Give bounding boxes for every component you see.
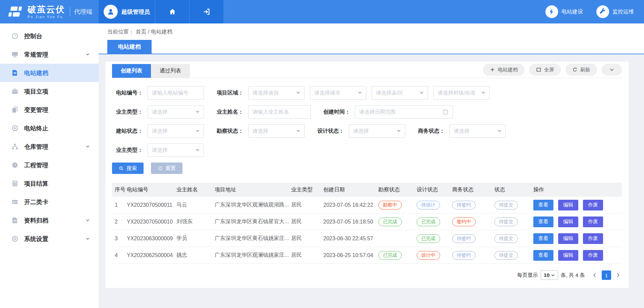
page-size-select[interactable]: 10 — [541, 270, 558, 280]
cell-owner: 刘强东 — [176, 218, 215, 225]
user-icon — [107, 8, 115, 16]
chevron-right-icon — [616, 273, 621, 278]
page-tab-station-archive[interactable]: 电站建档 — [107, 40, 152, 54]
sidebar-item-station-archive[interactable]: 电站建档 — [0, 64, 99, 82]
chevron-down-icon — [86, 237, 90, 241]
logout-icon — [203, 8, 210, 15]
col-header: 业主类型 — [291, 186, 323, 193]
main-body: 创建列表 通过列表 电站建档 — [99, 54, 644, 308]
owner-type2-label: 业主类型： — [112, 147, 143, 154]
void-button[interactable]: 作废 — [583, 200, 603, 210]
breadcrumb-path[interactable]: 首页 / 电站建档 — [136, 29, 172, 35]
refresh-button[interactable]: 刷新 — [566, 64, 597, 76]
edit-button[interactable]: 编辑 — [558, 200, 578, 210]
design-status-badge: 已完成 — [417, 234, 440, 243]
sidebar-item-type2-card[interactable]: 开二类卡 — [0, 193, 99, 211]
design-status-badge: 待设计 — [417, 201, 440, 209]
owner-type2-select[interactable]: 请选择 — [148, 143, 204, 157]
owner-type-placeholder: 请选择 — [152, 109, 194, 116]
create-time-label: 创建时间： — [319, 109, 350, 116]
col-header: 设计状态 — [417, 186, 452, 193]
sidebar-item-general-mgmt[interactable]: 常规管理 — [0, 45, 99, 64]
business-status-select[interactable]: 请选择 — [449, 124, 506, 138]
cell-date: 2023-07-05 16:42:22 — [323, 202, 378, 208]
void-button[interactable]: 作废 — [583, 233, 603, 244]
sidebar-item-console[interactable]: 控制台 — [0, 27, 99, 45]
brand-logo-area[interactable]: 破茧云伏 Po Jian Yun Fu 代理端 — [0, 0, 99, 23]
avatar — [104, 5, 118, 19]
briefcase-icon — [11, 88, 18, 95]
tab-passed-list[interactable]: 通过列表 — [151, 64, 190, 78]
owner-type-select[interactable]: 请选择 — [148, 105, 204, 119]
home-button[interactable] — [155, 0, 189, 23]
city-select[interactable]: 请选择城市 — [310, 86, 366, 100]
survey-status-placeholder: 请选择 — [253, 128, 294, 135]
copy-icon — [11, 106, 18, 113]
sidebar-item-station-termination[interactable]: 电站终止 — [0, 119, 99, 137]
business-status-placeholder: 请选择 — [454, 128, 495, 135]
owner-name-input[interactable] — [248, 105, 311, 119]
nav-monitor-ops[interactable]: 监控运维 — [596, 5, 634, 18]
user-name: 超级管理员 — [121, 8, 150, 16]
sidebar-item-system-settings[interactable]: 系统设置 — [0, 230, 99, 248]
col-header: 项目地址 — [215, 186, 291, 193]
chevron-down-icon — [551, 273, 555, 277]
district-select[interactable]: 请选择县/区 — [372, 86, 428, 100]
business-status-badge: 待签约 — [452, 234, 476, 243]
cell-type: 居民 — [291, 201, 323, 208]
sidebar-item-engineering-mgmt[interactable]: 工程管理 — [0, 156, 99, 174]
chevron-down-icon — [86, 144, 90, 149]
reset-button[interactable]: 重置 — [151, 163, 182, 174]
logout-button[interactable] — [189, 0, 223, 23]
col-header: 状态 — [494, 186, 533, 193]
chevron-down-icon — [86, 52, 90, 57]
province-select[interactable]: 请选择省份 — [248, 86, 305, 100]
sidebar-item-label: 仓库管理 — [24, 143, 48, 151]
calendar-icon — [442, 109, 448, 115]
caret-down-icon — [196, 130, 200, 132]
void-button[interactable]: 作废 — [583, 250, 603, 261]
sidebar-item-data-archive[interactable]: 资料归档 — [0, 211, 99, 230]
next-page-button[interactable] — [614, 270, 622, 280]
nav-station-build[interactable]: 电站建设 — [545, 5, 583, 18]
page-number-current[interactable]: 1 — [602, 270, 611, 280]
user-menu[interactable]: 超级管理员 — [99, 0, 155, 23]
caret-down-icon — [196, 111, 200, 113]
edit-button[interactable]: 编辑 — [558, 233, 578, 244]
sidebar-item-project-settlement[interactable]: 项目结算 — [0, 174, 99, 193]
sidebar-item-project-initiation[interactable]: 项目立项 — [0, 82, 99, 101]
breadcrumb: 当前位置： 首页 / 电站建档 — [99, 23, 644, 36]
reset-label: 重置 — [165, 165, 176, 172]
search-label: 搜索 — [126, 165, 137, 172]
view-button[interactable]: 查看 — [533, 217, 553, 227]
refresh-icon — [572, 67, 578, 72]
design-status-select[interactable]: 请选择 — [349, 124, 405, 138]
table-header: 序号 电站编号 业主姓名 项目地址 业主类型 创建日期 勘察状态 设计状态 商务… — [112, 183, 622, 197]
survey-status-select[interactable]: 请选择 — [248, 124, 305, 138]
business-status-badge: 签约中 — [452, 218, 476, 226]
collapse-toolbar-button[interactable] — [602, 64, 622, 76]
void-button[interactable]: 作废 — [583, 217, 603, 227]
edit-button[interactable]: 编辑 — [558, 217, 578, 227]
prev-page-button[interactable] — [591, 270, 598, 280]
build-status-placeholder: 请选择 — [152, 128, 194, 135]
fullscreen-button[interactable]: 全屏 — [529, 64, 561, 76]
search-button[interactable]: 搜索 — [112, 163, 144, 174]
caret-down-icon — [497, 130, 501, 132]
station-code-input[interactable] — [148, 86, 204, 100]
view-button[interactable]: 查看 — [533, 250, 553, 261]
cell-address: 广东深圳龙华区黄石镇星官大... — [215, 218, 291, 225]
edit-button[interactable]: 编辑 — [558, 250, 578, 261]
date-range-input[interactable]: 请选择日期范围 — [355, 105, 453, 119]
sidebar-item-change-mgmt[interactable]: 变更管理 — [0, 101, 99, 119]
tab-create-list[interactable]: 创建列表 — [112, 64, 151, 78]
sidebar-item-warehouse-mgmt[interactable]: 仓库管理 — [0, 137, 99, 156]
view-button[interactable]: 查看 — [533, 233, 553, 244]
view-button[interactable]: 查看 — [533, 200, 553, 210]
build-status-label: 建站状态： — [112, 128, 143, 135]
date-range-placeholder: 请选择日期范围 — [359, 109, 442, 116]
create-station-button[interactable]: 电站建档 — [483, 64, 525, 76]
pagination: 每页显示 10 条, 共 4 条 1 — [112, 270, 622, 280]
build-status-select[interactable]: 请选择 — [148, 124, 204, 138]
town-select[interactable]: 请选择村镇/街道 — [433, 86, 490, 100]
